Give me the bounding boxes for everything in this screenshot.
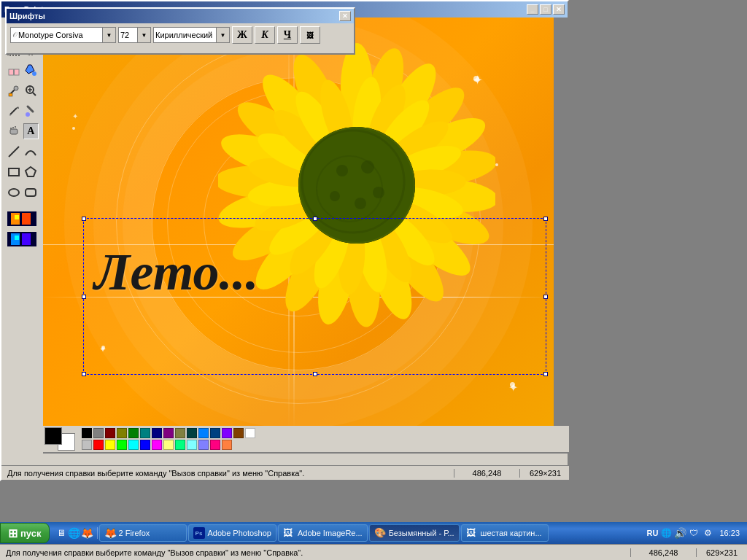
- taskbar-item-firefox[interactable]: 🦊 2 Firefox: [99, 524, 187, 542]
- taskbar-item-photoshop[interactable]: Ps Adobe Photoshop: [188, 524, 276, 542]
- handle-ml[interactable]: [82, 295, 86, 299]
- palette-color[interactable]: [222, 428, 232, 438]
- font-extra-button[interactable]: 🖼: [300, 26, 320, 44]
- tool-eraser[interactable]: [6, 62, 22, 78]
- canvas-image[interactable]: ✦ ✦ ✦ ✦ ✦: [43, 18, 554, 429]
- handle-tm[interactable]: [313, 217, 317, 221]
- font-name-select[interactable]: 𝒪 Monotype Corsiva ▼: [10, 27, 116, 43]
- palette-color[interactable]: [210, 440, 220, 450]
- status-text: Для получения справки выберите команду "…: [0, 548, 630, 557]
- font-dialog-close[interactable]: ✕: [339, 11, 351, 21]
- network-icon[interactable]: 🌐: [660, 527, 672, 539]
- font-dialog-titlebar: Шрифты ✕: [7, 9, 354, 23]
- tool-text[interactable]: A: [23, 123, 39, 139]
- font-charset-arrow[interactable]: ▼: [216, 28, 229, 42]
- tool-eyedropper[interactable]: [6, 82, 22, 98]
- tool-image1[interactable]: [6, 211, 38, 227]
- svg-point-20: [12, 127, 14, 128]
- tool-rect[interactable]: [6, 164, 22, 180]
- maximize-button[interactable]: □: [540, 4, 551, 15]
- browser-icon1[interactable]: 🌐: [69, 527, 80, 539]
- taskbar-item-imagere[interactable]: 🖼 Adobe ImageRe...: [278, 524, 368, 542]
- palette-color[interactable]: [82, 440, 92, 450]
- palette-color[interactable]: [117, 440, 127, 450]
- svg-line-10: [33, 93, 36, 96]
- tool-zoom[interactable]: [23, 82, 39, 98]
- handle-tl[interactable]: [82, 217, 86, 221]
- bold-button[interactable]: Ж: [232, 26, 252, 44]
- svg-line-13: [10, 108, 17, 114]
- status-coords: 486,248: [630, 548, 696, 557]
- palette-color[interactable]: [93, 440, 104, 450]
- italic-button[interactable]: К: [255, 26, 275, 44]
- volume-icon[interactable]: 🔊: [674, 527, 686, 539]
- palette-color[interactable]: [128, 428, 139, 438]
- palette-color[interactable]: [82, 428, 92, 438]
- bottom-status-bar: Для получения справки выберите команду "…: [0, 544, 747, 560]
- palette-color[interactable]: [152, 428, 162, 438]
- svg-point-82: [336, 165, 348, 176]
- palette-color[interactable]: [140, 440, 150, 450]
- palette-color[interactable]: [128, 440, 139, 450]
- handle-bm[interactable]: [313, 372, 317, 376]
- tool-pencil[interactable]: [6, 103, 22, 119]
- palette-colors: [81, 427, 256, 451]
- tool-brush[interactable]: [23, 103, 39, 119]
- antivirus-icon[interactable]: ⚙: [702, 527, 713, 539]
- foreground-color[interactable]: [44, 427, 62, 445]
- palette-color[interactable]: [222, 440, 232, 450]
- palette-color[interactable]: [93, 428, 104, 438]
- start-button[interactable]: ⊞ пуск: [0, 523, 50, 543]
- window-controls: _ □ ✕: [527, 4, 565, 15]
- palette-color[interactable]: [105, 440, 115, 450]
- palette-color[interactable]: [163, 440, 174, 450]
- palette-color[interactable]: [117, 428, 127, 438]
- palette-color[interactable]: [105, 428, 115, 438]
- palette-color[interactable]: [187, 440, 197, 450]
- palette-color[interactable]: [210, 428, 220, 438]
- close-button[interactable]: ✕: [553, 4, 565, 15]
- font-size-arrow[interactable]: ▼: [137, 28, 150, 42]
- tool-image2[interactable]: [6, 231, 38, 247]
- handle-bl[interactable]: [82, 372, 86, 376]
- security-icon[interactable]: 🛡: [688, 527, 700, 539]
- browser-icon2[interactable]: 🦊: [82, 527, 93, 539]
- show-desktop-icon[interactable]: 🖥: [55, 527, 67, 539]
- handle-mr[interactable]: [543, 295, 548, 299]
- handle-tr[interactable]: [543, 217, 548, 221]
- tool-polygon[interactable]: [23, 164, 39, 180]
- handle-br[interactable]: [543, 372, 548, 376]
- palette-color[interactable]: [198, 440, 209, 450]
- taskbar-item-shestaya[interactable]: 🖼 шестая картин...: [461, 524, 549, 542]
- paint-window: Б... - Paint _ □ ✕ Шрифты ✕ 𝒪 Monotype C…: [0, 0, 569, 481]
- tool-ellipse[interactable]: [6, 184, 22, 201]
- palette-color[interactable]: [198, 428, 209, 438]
- svg-line-22: [9, 147, 19, 157]
- palette-color[interactable]: [245, 428, 255, 438]
- svg-point-7: [14, 86, 18, 90]
- svg-line-16: [28, 106, 33, 112]
- tool-curve[interactable]: [23, 144, 39, 160]
- font-size-select[interactable]: 72 ▼: [118, 27, 151, 43]
- palette-color[interactable]: [175, 440, 185, 450]
- palette-color[interactable]: [187, 428, 197, 438]
- font-charset-select[interactable]: Кириллический ▼: [153, 27, 230, 43]
- tool-fill[interactable]: [23, 62, 39, 78]
- current-colors: [44, 427, 75, 451]
- font-name-arrow[interactable]: ▼: [102, 28, 115, 42]
- palette-color[interactable]: [233, 428, 244, 438]
- taskbar-item-paint[interactable]: 🎨 Безымянный - Р...: [369, 524, 460, 542]
- palette-color[interactable]: [163, 428, 174, 438]
- text-selection-box[interactable]: [83, 218, 546, 375]
- palette-color[interactable]: [175, 428, 185, 438]
- tool-line[interactable]: [6, 144, 22, 160]
- underline-button[interactable]: Ч: [277, 26, 298, 44]
- minimize-button[interactable]: _: [527, 4, 538, 15]
- tool-airbrush[interactable]: [6, 123, 22, 139]
- paint-status-bar: Для получения справки выберите команду "…: [1, 465, 570, 480]
- tool-rounded-rect[interactable]: [23, 184, 39, 201]
- language-indicator[interactable]: RU: [647, 529, 659, 537]
- palette-color[interactable]: [152, 440, 162, 450]
- palette-color[interactable]: [140, 428, 150, 438]
- canvas-area[interactable]: ✦ ✦ ✦ ✦ ✦: [43, 18, 570, 454]
